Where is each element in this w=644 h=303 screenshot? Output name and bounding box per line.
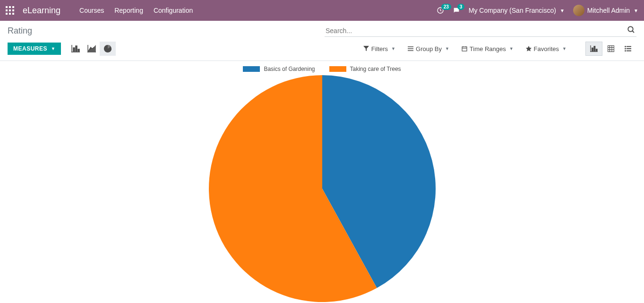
line-chart-icon[interactable] [84, 42, 100, 56]
list-view-icon[interactable] [619, 42, 636, 56]
legend-swatch [243, 66, 260, 72]
search-icon[interactable] [626, 25, 636, 36]
avatar [573, 5, 584, 16]
svg-rect-5 [12, 9, 14, 11]
svg-point-10 [628, 26, 633, 32]
svg-rect-28 [592, 48, 593, 51]
svg-rect-30 [596, 49, 597, 51]
favorites-label: Favorites [534, 45, 559, 52]
favorites-option[interactable]: Favorites ▼ [526, 45, 567, 52]
view-switcher [585, 42, 636, 56]
timeranges-option[interactable]: Time Ranges ▼ [462, 45, 514, 52]
user-name: Mitchell Admin [587, 7, 630, 14]
chevron-down-icon: ▼ [509, 46, 514, 51]
activity-count: 23 [441, 4, 451, 10]
chevron-down-icon: ▼ [391, 46, 395, 51]
filters-label: Filters [371, 45, 388, 52]
svg-rect-22 [462, 47, 467, 51]
groupby-label: Group By [416, 45, 442, 52]
company-switcher[interactable]: My Company (San Francisco) ▼ [469, 7, 565, 14]
filters-option[interactable]: Filters ▼ [363, 45, 395, 52]
svg-rect-15 [76, 46, 77, 52]
svg-point-36 [625, 46, 626, 47]
legend-item-1[interactable]: Taking care of Trees [329, 66, 401, 72]
user-menu[interactable]: Mitchell Admin ▼ [573, 5, 638, 16]
svg-point-40 [625, 50, 626, 52]
bar-chart-icon[interactable] [68, 42, 84, 56]
legend-label: Taking care of Trees [350, 66, 401, 72]
chart-type-switcher [68, 42, 116, 56]
chevron-down-icon: ▼ [445, 46, 449, 51]
svg-line-11 [632, 31, 634, 33]
legend-label: Basics of Gardening [264, 66, 315, 72]
app-brand[interactable]: eLearning [23, 6, 60, 16]
search-options: Filters ▼ Group By ▼ Time Ranges ▼ Favor… [363, 45, 567, 52]
svg-rect-39 [627, 48, 631, 49]
graph-view-icon[interactable] [585, 42, 602, 56]
messages-count: 3 [457, 4, 465, 10]
svg-rect-8 [12, 13, 14, 15]
messages-icon[interactable]: 3 [453, 7, 460, 14]
pie-chart-icon[interactable] [100, 42, 116, 56]
apps-icon[interactable] [6, 6, 14, 15]
main-navbar: eLearning Courses Reporting Configuratio… [0, 0, 644, 21]
timeranges-label: Time Ranges [470, 45, 506, 52]
svg-rect-29 [594, 46, 595, 52]
search-input[interactable] [325, 25, 626, 36]
chevron-down-icon: ▼ [560, 8, 565, 13]
svg-rect-3 [6, 9, 8, 11]
menu-courses[interactable]: Courses [79, 7, 104, 14]
chart-area: Basics of Gardening Taking care of Trees [0, 61, 644, 303]
chart-legend: Basics of Gardening Taking care of Trees [243, 66, 401, 72]
svg-rect-7 [9, 13, 11, 15]
menu-reporting[interactable]: Reporting [114, 7, 143, 14]
main-menu: Courses Reporting Configuration [79, 7, 193, 14]
legend-item-0[interactable]: Basics of Gardening [243, 66, 315, 72]
svg-rect-37 [627, 46, 631, 47]
svg-rect-6 [6, 13, 8, 15]
chevron-down-icon: ▼ [634, 8, 638, 13]
svg-rect-1 [9, 6, 11, 8]
svg-rect-2 [12, 6, 14, 8]
menu-configuration[interactable]: Configuration [154, 7, 193, 14]
chevron-down-icon: ▼ [562, 46, 567, 51]
legend-swatch [329, 66, 346, 72]
measures-label: MEASURES [13, 45, 47, 52]
svg-rect-31 [608, 46, 614, 52]
pivot-view-icon[interactable] [602, 42, 619, 56]
svg-rect-4 [9, 9, 11, 11]
activity-icon[interactable]: 23 [437, 7, 444, 14]
measures-button[interactable]: MEASURES ▼ [8, 43, 61, 55]
svg-rect-14 [73, 48, 75, 52]
control-panel: Rating MEASURES ▼ F [0, 21, 644, 61]
svg-point-38 [625, 48, 626, 50]
chevron-down-icon: ▼ [51, 46, 55, 51]
svg-rect-41 [627, 51, 631, 52]
search-bar [325, 25, 636, 37]
pie-chart [209, 75, 436, 302]
breadcrumb: Rating [8, 26, 32, 36]
groupby-option[interactable]: Group By ▼ [408, 45, 449, 52]
company-name: My Company (San Francisco) [469, 7, 556, 14]
svg-rect-0 [6, 6, 8, 8]
svg-rect-16 [78, 49, 79, 52]
